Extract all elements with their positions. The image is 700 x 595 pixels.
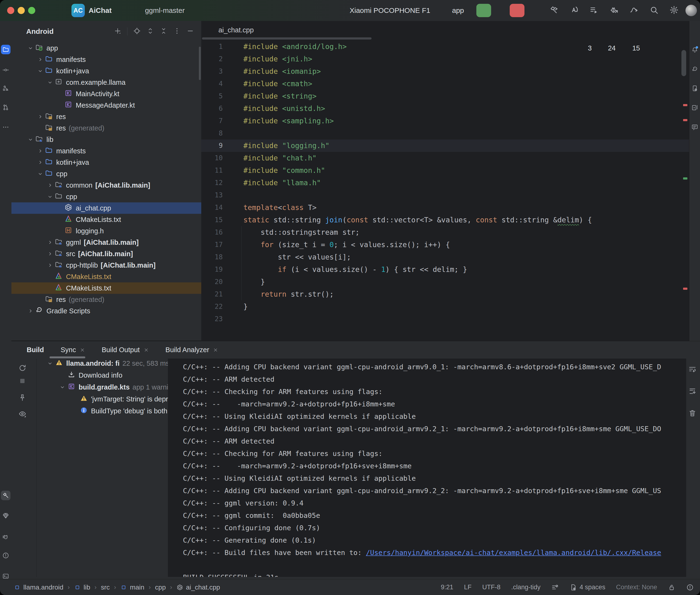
stripe-device-manager-button[interactable] bbox=[690, 84, 700, 93]
chevron-down-icon[interactable] bbox=[27, 136, 34, 143]
stripe-app-insights-button[interactable] bbox=[1, 511, 10, 520]
tree-item-manifests[interactable]: manifests bbox=[11, 54, 201, 65]
code-line-6[interactable]: 6 #include <unistd.h> bbox=[201, 103, 689, 115]
error-stripe-mark[interactable] bbox=[683, 119, 688, 121]
project-more-vertical-button[interactable] bbox=[173, 27, 181, 36]
status-context-none[interactable]: Context: None bbox=[616, 584, 657, 591]
console-rerun-sync-button[interactable] bbox=[18, 364, 27, 372]
code-line-1[interactable]: 1 #include <android/log.h> bbox=[201, 40, 689, 53]
chevron-right-icon[interactable] bbox=[37, 114, 43, 120]
stripe-assistant-button[interactable] bbox=[690, 122, 700, 132]
tree-item-lib[interactable]: lib bbox=[11, 134, 201, 145]
status-4-spaces[interactable]: 4 spaces bbox=[569, 584, 605, 591]
tab-ai-chat-cpp[interactable]: ai_chat.cpp bbox=[207, 26, 263, 34]
code-line-17[interactable]: 17 for (size_t i = 0; i < values.size();… bbox=[201, 238, 689, 251]
build-tree-item[interactable]: Download info bbox=[36, 369, 168, 381]
status-utf-8[interactable]: UTF-8 bbox=[482, 584, 501, 591]
breadcrumb-lib[interactable]: lib bbox=[74, 584, 90, 591]
tree-item-ai-chat-cpp[interactable]: ai_chat.cpp bbox=[11, 202, 201, 214]
tree-item-cmakelists-txt[interactable]: CMakeLists.txt bbox=[11, 282, 201, 294]
toolbar-settings-button[interactable] bbox=[669, 5, 679, 16]
build-tab-sync[interactable]: Sync bbox=[61, 346, 85, 354]
tree-item-ggml[interactable]: ggml [AiChat.lib.main] bbox=[11, 237, 201, 248]
code-line-2[interactable]: 2 #include <jni.h> bbox=[201, 53, 689, 65]
error-stripe-mark[interactable] bbox=[683, 288, 688, 290]
code-line-20[interactable]: 20 } bbox=[201, 276, 689, 288]
console-stop-square-button[interactable] bbox=[18, 377, 27, 385]
tree-item-gradle-scripts[interactable]: Gradle Scripts bbox=[11, 305, 201, 317]
tree-item-cpp[interactable]: cpp bbox=[11, 168, 201, 179]
branch-widget[interactable]: ggml-master bbox=[134, 6, 193, 15]
chevron-right-icon[interactable] bbox=[47, 262, 53, 268]
code-line-7[interactable]: 7 #include <sampling.h> bbox=[201, 115, 689, 127]
tree-item-cpp[interactable]: cpp bbox=[11, 191, 201, 202]
minimize-button[interactable] bbox=[18, 7, 25, 14]
chevron-right-icon[interactable] bbox=[47, 251, 53, 257]
build-tab-build-analyzer[interactable]: Build Analyzer bbox=[166, 346, 218, 354]
project-locate-button[interactable] bbox=[133, 27, 141, 36]
project-scrollbar[interactable] bbox=[199, 47, 201, 80]
device-selector[interactable]: Xiaomi POCOPHONE F1 bbox=[338, 0, 439, 21]
tree-item-logging-h[interactable]: logging.h bbox=[11, 225, 201, 237]
code-area[interactable]: 1 #include <android/log.h> 2 #include <j… bbox=[201, 40, 689, 325]
user-avatar[interactable] bbox=[685, 5, 697, 16]
code-line-8[interactable]: 8 bbox=[201, 127, 689, 140]
rerun-button[interactable] bbox=[476, 4, 491, 17]
console-pin-button[interactable] bbox=[18, 393, 27, 402]
close-icon[interactable] bbox=[80, 347, 85, 352]
chevron-right-icon[interactable] bbox=[27, 308, 34, 314]
breadcrumb-src[interactable]: src bbox=[101, 584, 110, 591]
stripe-logcat-button[interactable] bbox=[1, 532, 10, 542]
status-formatter[interactable] bbox=[551, 584, 559, 591]
chevron-right-icon[interactable] bbox=[47, 182, 53, 188]
console-clear-button[interactable] bbox=[688, 409, 697, 418]
toolbar-ai-actions-button[interactable] bbox=[569, 5, 579, 16]
status--clang-tidy[interactable]: .clang-tidy bbox=[511, 584, 540, 591]
stripe-pull-requests-button[interactable] bbox=[1, 103, 10, 112]
debug-button[interactable] bbox=[496, 5, 507, 17]
run-config-selector[interactable]: app bbox=[440, 0, 473, 21]
tree-item-com-example-llama[interactable]: com.example.llama bbox=[11, 77, 201, 88]
project-add-button[interactable] bbox=[114, 27, 121, 36]
tree-item-manifests[interactable]: manifests bbox=[11, 145, 201, 157]
project-widget[interactable]: AC AiChat bbox=[72, 4, 120, 17]
code-line-15[interactable]: 15 static std::string join(const std::ve… bbox=[201, 214, 689, 226]
console-link[interactable]: /Users/hanyin/Workspace/ai-chat/examples… bbox=[366, 548, 661, 557]
build-options-icon[interactable] bbox=[666, 346, 674, 354]
chevron-down-icon[interactable] bbox=[27, 45, 34, 51]
chevron-down-icon[interactable] bbox=[37, 68, 43, 74]
code-line-13[interactable]: 13 bbox=[201, 189, 689, 201]
code-line-21[interactable]: 21 return str.str(); bbox=[201, 288, 689, 301]
code-line-4[interactable]: 4 #include <cmath> bbox=[201, 78, 689, 90]
code-line-19[interactable]: 19 if (i < values.size() - 1) { str << d… bbox=[201, 263, 689, 276]
console-soft-wrap-button[interactable] bbox=[688, 365, 697, 374]
close-icon[interactable] bbox=[213, 347, 218, 352]
code-line-9[interactable]: 9 #include "logging.h" bbox=[201, 140, 689, 152]
chevron-down-icon[interactable] bbox=[37, 171, 43, 177]
tree-item-common[interactable]: common [AiChat.lib.main] bbox=[11, 179, 201, 191]
status-unlock[interactable] bbox=[668, 584, 675, 591]
tree-item-res[interactable]: res (generated) bbox=[11, 122, 201, 134]
toolbar-build-run-button[interactable] bbox=[549, 5, 559, 16]
tree-item-messageadapter-kt[interactable]: MessageAdapter.kt bbox=[11, 100, 201, 111]
close-icon[interactable] bbox=[144, 347, 149, 352]
tab-close-icon[interactable] bbox=[257, 27, 263, 33]
close-button[interactable] bbox=[7, 7, 14, 14]
toolbar-profiler-button[interactable] bbox=[609, 5, 619, 16]
code-line-10[interactable]: 10 #include "chat.h" bbox=[201, 152, 689, 164]
breadcrumb-main[interactable]: main bbox=[120, 584, 144, 591]
chevron-right-icon[interactable] bbox=[37, 159, 43, 166]
tree-item-mainactivity-kt[interactable]: MainActivity.kt bbox=[11, 88, 201, 100]
chevron-down-icon[interactable] bbox=[47, 79, 53, 85]
build-hide-icon[interactable] bbox=[683, 346, 692, 354]
code-line-16[interactable]: 16 std::ostringstream str; bbox=[201, 226, 689, 238]
stripe-gradle-button[interactable] bbox=[690, 64, 700, 74]
code-line-22[interactable]: 22 } bbox=[201, 301, 689, 313]
breadcrumb-cpp[interactable]: cpp bbox=[155, 584, 166, 591]
project-expand-all-button[interactable] bbox=[146, 27, 154, 36]
build-tree-item[interactable]: 'jvmTarget: String' is deprec bbox=[36, 393, 168, 405]
build-console[interactable]: C/C++: -- Using KleidiAI optimized kerne… bbox=[168, 359, 686, 577]
project-collapse-all-button[interactable] bbox=[160, 27, 167, 36]
tree-item-cmakelists-txt[interactable]: CMakeLists.txt bbox=[11, 271, 201, 282]
status-9-21[interactable]: 9:21 bbox=[441, 584, 453, 591]
